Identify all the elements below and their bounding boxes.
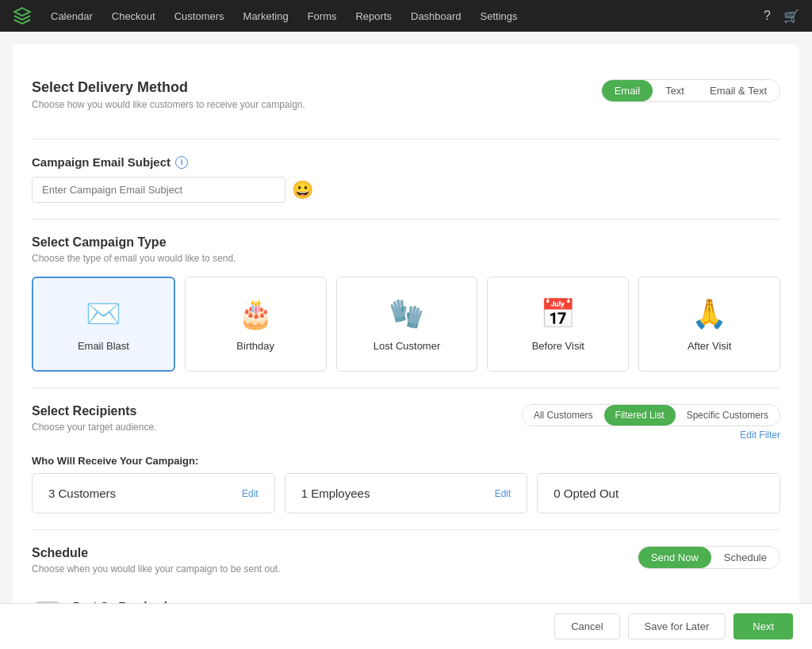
save-for-later-button[interactable]: Save for Later: [628, 613, 726, 639]
campaign-card-before-visit[interactable]: 📅 Before Visit: [487, 277, 629, 372]
campaign-card-birthday[interactable]: 🎂 Birthday: [185, 277, 327, 372]
delivery-title-area: Select Delivery Method Choose how you wo…: [32, 79, 305, 123]
cart-icon[interactable]: 🛒: [783, 9, 799, 24]
campaign-card-after-visit[interactable]: 🙏 After Visit: [638, 277, 780, 372]
campaign-type-section: Select Campaign Type Choose the type of …: [32, 220, 780, 388]
delivery-method-section: Select Delivery Method Choose how you wo…: [32, 63, 780, 139]
birthday-icon: 🎂: [238, 297, 274, 330]
main-content: Select Delivery Method Choose how you wo…: [13, 44, 799, 649]
navigation: Calendar Checkout Customers Marketing Fo…: [0, 0, 812, 32]
recipients-section: Select Recipients Choose your target aud…: [32, 388, 780, 530]
schedule-button[interactable]: Schedule: [711, 547, 779, 568]
who-will-receive-label: Who Will Receive Your Campaign:: [32, 455, 780, 467]
delivery-header: Select Delivery Method Choose how you wo…: [32, 79, 780, 123]
filter-buttons: All Customers Filtered List Specific Cus…: [522, 404, 780, 426]
subject-info-icon[interactable]: i: [175, 156, 188, 169]
delivery-method-buttons: Email Text Email & Text: [601, 79, 780, 102]
delivery-title: Select Delivery Method: [32, 79, 305, 96]
before-visit-label: Before Visit: [532, 340, 584, 352]
recipient-boxes-container: 3 Customers Edit 1 Employees Edit 0 Opte…: [32, 473, 780, 513]
subject-input-row: 😀: [32, 177, 780, 203]
emoji-picker-icon[interactable]: 😀: [292, 180, 313, 200]
next-button[interactable]: Next: [733, 613, 793, 639]
help-icon[interactable]: ?: [764, 9, 771, 23]
after-visit-label: After Visit: [688, 340, 731, 352]
customers-recipient-box: 3 Customers Edit: [32, 473, 275, 513]
campaign-email-subject-input[interactable]: [32, 177, 285, 203]
schedule-buttons: Send Now Schedule: [638, 546, 780, 569]
campaign-type-title: Select Campaign Type: [32, 235, 780, 250]
nav-icon-group: ? 🛒: [764, 9, 799, 24]
edit-filter-link[interactable]: Edit Filter: [740, 429, 780, 441]
recipients-header: Select Recipients Choose your target aud…: [32, 404, 780, 445]
employees-count-label: 1 Employees: [301, 487, 370, 500]
schedule-header: Schedule Choose when you would like your…: [32, 546, 780, 587]
delivery-email-text-button[interactable]: Email & Text: [697, 80, 779, 101]
schedule-subtitle: Choose when you would like your campaign…: [32, 563, 281, 575]
after-visit-icon: 🙏: [691, 297, 727, 330]
nav-checkout[interactable]: Checkout: [112, 10, 155, 22]
filtered-list-filter-button[interactable]: Filtered List: [604, 405, 676, 426]
nav-dashboard[interactable]: Dashboard: [411, 10, 462, 22]
delivery-text-button[interactable]: Text: [653, 80, 697, 101]
customers-count-label: 3 Customers: [48, 487, 116, 500]
customers-edit-link[interactable]: Edit: [242, 488, 259, 499]
nav-forms[interactable]: Forms: [308, 10, 337, 22]
send-now-button[interactable]: Send Now: [638, 547, 711, 568]
opted-out-recipient-box: 0 Opted Out: [537, 473, 780, 513]
delivery-subtitle: Choose how you would like customers to r…: [32, 99, 305, 110]
subject-label-text: Campaign Email Subject: [32, 155, 170, 169]
before-visit-icon: 📅: [540, 297, 576, 330]
all-customers-filter-button[interactable]: All Customers: [523, 405, 604, 426]
specific-customers-filter-button[interactable]: Specific Customers: [676, 405, 779, 426]
delivery-email-button[interactable]: Email: [602, 80, 653, 101]
opted-out-count-label: 0 Opted Out: [553, 487, 619, 500]
logo[interactable]: [13, 6, 32, 25]
email-blast-icon: ✉️: [86, 297, 121, 330]
campaign-cards-container: ✉️ Email Blast 🎂 Birthday 🧤 Lost Custome…: [32, 277, 780, 372]
employees-recipient-box: 1 Employees Edit: [285, 473, 528, 513]
campaign-type-subtitle: Choose the type of email you would like …: [32, 253, 780, 264]
nav-calendar[interactable]: Calendar: [51, 10, 93, 22]
schedule-title: Schedule: [32, 546, 281, 560]
recipients-filter-group: All Customers Filtered List Specific Cus…: [522, 404, 780, 441]
birthday-label: Birthday: [236, 340, 274, 352]
schedule-title-area: Schedule Choose when you would like your…: [32, 546, 281, 587]
footer: Cancel Save for Later Next: [0, 603, 812, 649]
nav-customers[interactable]: Customers: [174, 10, 224, 22]
employees-edit-link[interactable]: Edit: [495, 488, 511, 499]
lost-customer-label: Lost Customer: [373, 340, 441, 352]
campaign-card-lost-customer[interactable]: 🧤 Lost Customer: [336, 277, 478, 372]
cancel-button[interactable]: Cancel: [554, 613, 619, 639]
campaign-email-subject-section: Campaign Email Subject i 😀: [32, 139, 780, 220]
recipients-title-area: Select Recipients Choose your target aud…: [32, 404, 156, 445]
nav-reports[interactable]: Reports: [355, 10, 392, 22]
recipients-subtitle: Choose your target audience.: [32, 422, 156, 433]
nav-settings[interactable]: Settings: [481, 10, 518, 22]
campaign-card-email-blast[interactable]: ✉️ Email Blast: [32, 277, 175, 372]
nav-marketing[interactable]: Marketing: [243, 10, 289, 22]
email-blast-label: Email Blast: [78, 340, 129, 352]
recipients-title: Select Recipients: [32, 404, 156, 418]
lost-customer-icon: 🧤: [389, 297, 424, 330]
subject-label-row: Campaign Email Subject i: [32, 155, 780, 169]
